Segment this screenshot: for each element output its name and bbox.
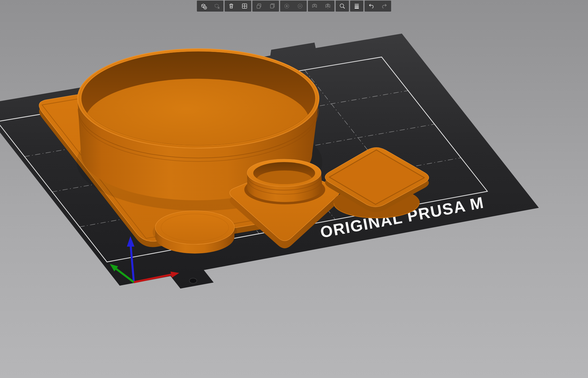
paste-button[interactable] xyxy=(266,1,279,12)
toolbar-group-search xyxy=(336,1,349,12)
viewport-3d[interactable]: ORIGINAL PRUSA M xyxy=(0,0,588,378)
arrange-icon xyxy=(241,2,248,10)
arrange-button[interactable] xyxy=(238,1,251,12)
redo-icon xyxy=(381,2,388,10)
variable-layer-height-button[interactable] xyxy=(350,1,363,12)
split-to-parts-icon xyxy=(324,2,332,10)
delete-object-button[interactable] xyxy=(210,1,223,12)
search-button[interactable] xyxy=(336,1,349,12)
delete-all-button[interactable] xyxy=(225,1,238,12)
split-to-objects-icon xyxy=(311,2,318,10)
toolbar-group-deleteall-arrange xyxy=(225,1,251,12)
redo-button[interactable] xyxy=(378,1,391,12)
bed-screw-hole xyxy=(189,278,197,283)
add-instance-button[interactable] xyxy=(280,1,293,12)
undo-icon xyxy=(367,2,375,10)
add-object-icon xyxy=(200,2,207,10)
scene-canvas[interactable]: ORIGINAL PRUSA M xyxy=(0,0,588,378)
delete-object-icon xyxy=(213,2,221,10)
model-round-lid[interactable] xyxy=(153,211,237,254)
toolbar-group-add-delete xyxy=(197,1,223,12)
toolbar-group-layers xyxy=(350,1,363,12)
search-icon xyxy=(339,2,346,10)
variable-layer-height-icon xyxy=(353,2,360,10)
remove-instance-icon xyxy=(296,2,304,10)
copy-button[interactable] xyxy=(252,1,266,12)
add-instance-icon xyxy=(283,2,291,10)
split-to-objects-button[interactable] xyxy=(308,1,321,12)
undo-button[interactable] xyxy=(365,1,378,12)
paste-icon xyxy=(269,2,276,10)
split-to-parts-button[interactable] xyxy=(321,1,334,12)
add-object-button[interactable] xyxy=(197,1,210,12)
delete-all-icon xyxy=(228,2,235,10)
copy-icon xyxy=(255,2,263,10)
toolbar-group-split xyxy=(308,1,334,12)
toolbar-group-history xyxy=(365,1,391,12)
remove-instance-button[interactable] xyxy=(293,1,307,12)
disc-top xyxy=(155,211,234,244)
toolbar-group-instances xyxy=(280,1,307,12)
top-toolbar xyxy=(197,1,391,12)
toolbar-group-copy-paste xyxy=(252,1,279,12)
